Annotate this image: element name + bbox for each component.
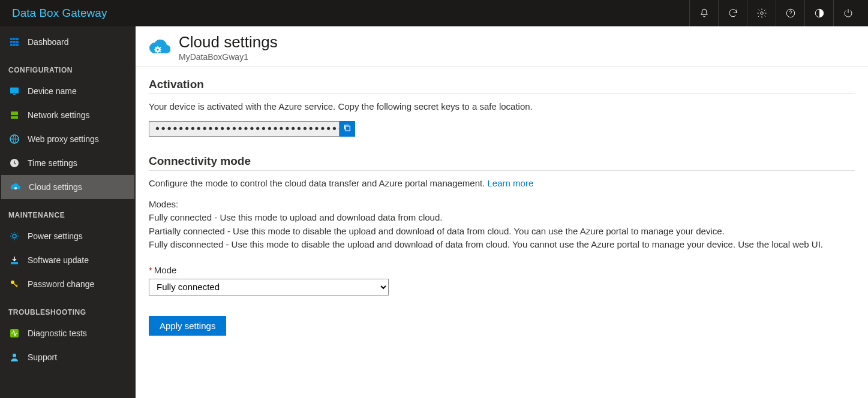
- contrast-icon[interactable]: [804, 0, 833, 26]
- svg-rect-14: [11, 111, 18, 115]
- person-icon: [8, 351, 20, 363]
- monitor-icon: [8, 85, 20, 97]
- mode-desc-partially-connected: Partially connected - Use this mode to d…: [149, 225, 855, 239]
- sidebar-item-label: Web proxy settings: [28, 134, 99, 144]
- sidebar-item-label: Dashboard: [28, 37, 69, 47]
- svg-rect-9: [10, 44, 13, 46]
- sidebar-item-password-change[interactable]: Password change: [0, 272, 136, 296]
- clock-icon: [8, 157, 20, 169]
- mode-select[interactable]: Fully connectedPartially connectedFully …: [149, 279, 389, 296]
- top-icon-bar: [689, 0, 862, 26]
- sidebar-item-network-settings[interactable]: Network settings: [0, 103, 136, 127]
- svg-point-25: [157, 49, 158, 50]
- sidebar-item-time-settings[interactable]: Time settings: [0, 151, 136, 175]
- sidebar-item-software-update[interactable]: Software update: [0, 248, 136, 272]
- copy-button[interactable]: [340, 121, 355, 137]
- sidebar-heading-troubleshooting: TROUBLESHOOTING: [0, 296, 136, 321]
- svg-point-23: [13, 354, 16, 357]
- refresh-icon[interactable]: [718, 0, 747, 26]
- mode-desc-fully-connected: Fully connected - Use this mode to uploa…: [149, 211, 855, 225]
- sidebar-item-power-settings[interactable]: Power settings: [0, 224, 136, 248]
- download-icon: [8, 254, 20, 266]
- page-header: Cloud settings MyDataBoxGway1: [136, 26, 868, 67]
- power-icon[interactable]: [833, 0, 862, 26]
- modes-explainer: Modes: Fully connected - Use this mode t…: [149, 198, 855, 252]
- sidebar-item-label: Network settings: [28, 110, 89, 120]
- activation-description: Your device is activated with the Azure …: [149, 101, 855, 111]
- page-subtitle: MyDataBoxGway1: [179, 52, 278, 62]
- network-icon: [8, 109, 20, 121]
- svg-rect-10: [13, 44, 16, 46]
- sidebar-item-cloud-settings[interactable]: Cloud settings: [1, 175, 134, 199]
- svg-point-19: [13, 234, 16, 238]
- learn-more-link[interactable]: Learn more: [488, 178, 534, 188]
- svg-rect-13: [13, 94, 16, 95]
- cloud-gear-icon: [10, 181, 22, 193]
- main-content: Cloud settings MyDataBoxGway1 Activation…: [136, 26, 868, 398]
- sidebar-item-web-proxy-settings[interactable]: Web proxy settings: [0, 127, 136, 151]
- required-indicator: *: [149, 265, 152, 275]
- svg-rect-20: [11, 262, 18, 264]
- mode-desc-fully-disconnected: Fully disconnected - Use this mode to di…: [149, 238, 855, 252]
- svg-rect-12: [10, 88, 19, 94]
- svg-rect-6: [10, 41, 13, 43]
- svg-rect-15: [11, 116, 18, 119]
- svg-rect-3: [10, 38, 13, 40]
- page-title: Cloud settings: [179, 34, 278, 51]
- sidebar-heading-configuration: CONFIGURATION: [0, 54, 136, 79]
- pulse-icon: [8, 327, 20, 339]
- globe-icon: [8, 133, 20, 145]
- activation-heading: Activation: [149, 78, 855, 94]
- top-bar: Data Box Gateway: [0, 0, 868, 26]
- grid-icon: [8, 36, 20, 48]
- key-icon: [8, 278, 20, 290]
- mode-field-label: *Mode: [149, 265, 855, 275]
- sidebar-item-label: Diagnostic tests: [28, 328, 87, 338]
- svg-point-18: [14, 187, 17, 189]
- connectivity-description-text: Configure the mode to control the cloud …: [149, 178, 488, 188]
- sidebar-item-label: Software update: [28, 255, 89, 265]
- sidebar-item-label: Power settings: [28, 231, 83, 241]
- svg-rect-26: [346, 126, 350, 131]
- gear-icon: [8, 230, 20, 242]
- connectivity-heading: Connectivity mode: [149, 155, 855, 171]
- mode-label-text: Mode: [154, 265, 177, 275]
- svg-rect-8: [16, 41, 19, 43]
- sidebar-item-dashboard[interactable]: Dashboard: [0, 30, 136, 54]
- sidebar-item-label: Time settings: [28, 158, 77, 168]
- copy-icon: [343, 123, 352, 134]
- cloud-gear-icon: [148, 35, 170, 58]
- sidebar: Dashboard CONFIGURATION Device name Netw…: [0, 26, 136, 398]
- svg-rect-11: [16, 44, 19, 46]
- svg-rect-4: [13, 38, 16, 40]
- secret-key-field[interactable]: ••••••••••••••••••••••••••••••••••••••••…: [149, 121, 340, 137]
- sidebar-item-diagnostic-tests[interactable]: Diagnostic tests: [0, 321, 136, 345]
- apply-settings-button[interactable]: Apply settings: [149, 316, 226, 336]
- sidebar-item-label: Device name: [28, 86, 77, 96]
- sidebar-heading-maintenance: MAINTENANCE: [0, 199, 136, 224]
- sidebar-item-device-name[interactable]: Device name: [0, 79, 136, 103]
- svg-rect-7: [13, 41, 16, 43]
- svg-rect-5: [16, 38, 19, 40]
- help-icon[interactable]: [776, 0, 804, 26]
- sidebar-highlight-box: Cloud settings: [1, 175, 134, 199]
- sidebar-item-label: Password change: [28, 279, 94, 289]
- sidebar-item-label: Support: [28, 352, 57, 362]
- brand-title[interactable]: Data Box Gateway: [12, 7, 107, 20]
- bell-icon[interactable]: [689, 0, 718, 26]
- gear-icon[interactable]: [747, 0, 776, 26]
- svg-point-0: [760, 12, 763, 15]
- sidebar-item-support[interactable]: Support: [0, 345, 136, 369]
- connectivity-description: Configure the mode to control the cloud …: [149, 178, 855, 188]
- modes-label: Modes:: [149, 198, 855, 212]
- sidebar-item-label: Cloud settings: [29, 182, 82, 192]
